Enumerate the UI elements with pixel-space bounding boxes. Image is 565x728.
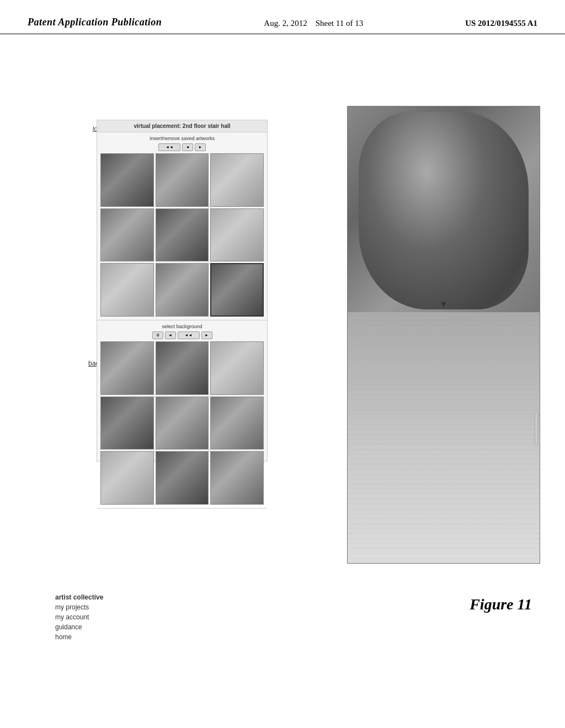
section1-label: Insert/remove saved artworks xyxy=(100,136,264,141)
thumb-2[interactable] xyxy=(156,153,209,207)
toolbar2-prev-btn[interactable]: ◄ xyxy=(165,331,176,339)
nav-menu: artist collective my projects my account… xyxy=(55,593,103,641)
bg-thumb-9[interactable] xyxy=(210,451,264,505)
page-header: Patent Application Publication Aug. 2, 2… xyxy=(0,0,565,34)
publication-date-sheet: Aug. 2, 2012 Sheet 11 of 13 xyxy=(264,19,363,28)
bg-thumb-5[interactable] xyxy=(156,397,209,450)
gear-btn[interactable]: ⚙ xyxy=(152,331,163,339)
bg-thumb-7[interactable] xyxy=(100,451,154,505)
thumbnail-grid-bottom xyxy=(100,341,264,505)
artwork-arrow-indicator: ▼ xyxy=(439,299,448,309)
toolbar-rewind-btn[interactable]: ◄◄ xyxy=(158,143,180,151)
thumbnail-grid-top xyxy=(100,153,264,317)
section1-toolbar: ◄◄ ◄ ► xyxy=(100,143,264,151)
nav-item-artist-collective[interactable]: artist collective xyxy=(55,593,103,601)
thumb-8[interactable] xyxy=(156,263,209,317)
section-insert-remove: Insert/remove saved artworks ◄◄ ◄ ► xyxy=(97,132,267,320)
figure-label: Figure 11 xyxy=(470,596,532,613)
bg-thumb-4[interactable] xyxy=(100,397,154,450)
main-content: art+interiors.tothetrade back log out ar… xyxy=(0,34,565,713)
bg-thumb-1[interactable] xyxy=(100,341,154,395)
bg-thumb-8[interactable] xyxy=(156,451,209,505)
section-select-bg: select background ⚙ ◄ ◄◄ ► xyxy=(97,320,267,508)
sheet-info: Sheet 11 of 13 xyxy=(316,19,364,28)
artwork-scrollbar[interactable] xyxy=(535,413,538,446)
section2-toolbar: ⚙ ◄ ◄◄ ► xyxy=(100,331,264,339)
bg-thumb-2[interactable] xyxy=(156,341,209,395)
bg-thumb-6[interactable] xyxy=(210,397,264,450)
ui-panel: virtual placement: 2nd floor stair hall … xyxy=(97,120,268,462)
artwork-image-bottom xyxy=(348,312,540,563)
thumb-6[interactable] xyxy=(210,208,264,262)
bg-thumb-3[interactable] xyxy=(210,341,264,395)
patent-number: US 2012/0194555 A1 xyxy=(465,19,537,28)
toolbar-next-btn[interactable]: ► xyxy=(195,143,206,151)
thumb-4[interactable] xyxy=(100,208,154,262)
nav-item-home[interactable]: home xyxy=(55,633,103,641)
thumb-3[interactable] xyxy=(210,153,264,207)
section2-label: select background xyxy=(100,324,264,329)
thumb-9[interactable] xyxy=(210,263,264,317)
toolbar2-next-btn[interactable]: ► xyxy=(201,331,212,339)
thumb-5[interactable] xyxy=(156,208,209,262)
nav-item-guidance[interactable]: guidance xyxy=(55,623,103,631)
toolbar-prev-btn[interactable]: ◄ xyxy=(182,143,193,151)
artwork-image-top: ▼ xyxy=(348,106,540,312)
artwork-panel: ▼ xyxy=(347,106,540,564)
publication-date: Aug. 2, 2012 xyxy=(264,19,307,28)
publication-type: Patent Application Publication xyxy=(28,17,162,28)
nav-item-my-projects[interactable]: my projects xyxy=(55,603,103,611)
thumb-1[interactable] xyxy=(100,153,154,207)
thumb-7[interactable] xyxy=(100,263,154,317)
toolbar2-rewind-btn[interactable]: ◄◄ xyxy=(178,331,200,339)
panel-title: virtual placement: 2nd floor stair hall xyxy=(97,120,267,132)
nav-item-my-account[interactable]: my account xyxy=(55,613,103,621)
